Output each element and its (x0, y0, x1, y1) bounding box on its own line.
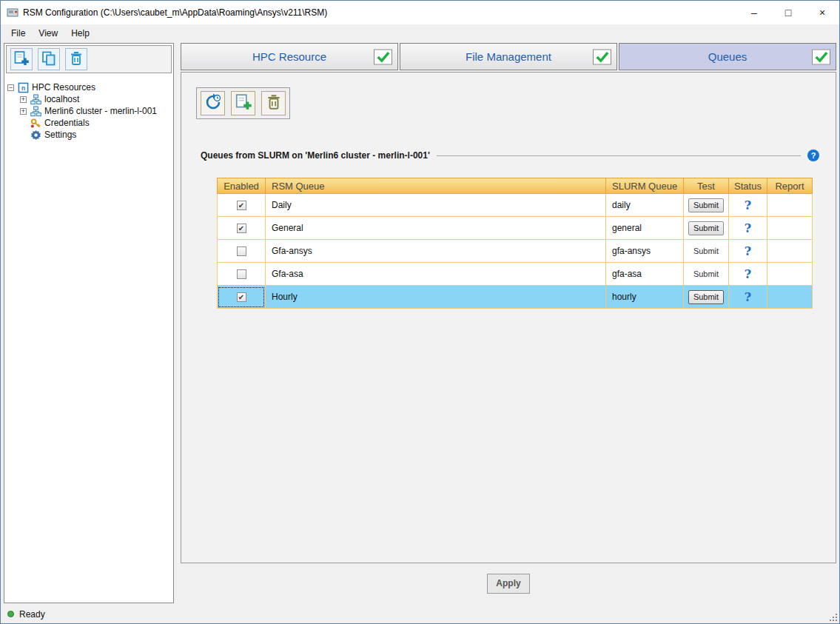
tab-queues[interactable]: Queues (619, 43, 836, 70)
submit-button[interactable]: Submit (688, 290, 724, 304)
rsm-queue-cell[interactable]: Gfa-ansys (266, 240, 606, 263)
column-header-rsm-queue[interactable]: RSM Queue (266, 178, 606, 194)
submit-button[interactable]: Submit (688, 244, 724, 258)
tree-item-localhost[interactable]: +localhost (7, 93, 170, 105)
resize-grip[interactable] (829, 613, 837, 621)
enabled-checkbox[interactable] (237, 269, 246, 279)
add-resource-button[interactable] (10, 48, 33, 70)
queue-row-gfa-ansys[interactable]: Gfa-ansysgfa-ansysSubmit? (217, 240, 813, 263)
enabled-checkbox[interactable]: ✔ (237, 292, 246, 302)
tree-item-credentials[interactable]: Credentials (7, 117, 170, 129)
slurm-queue-cell[interactable]: hourly (606, 286, 684, 309)
status-cell: ? (729, 194, 767, 217)
expander-icon[interactable]: + (20, 108, 27, 115)
enabled-checkbox[interactable]: ✔ (237, 224, 246, 233)
status-unknown-icon: ? (745, 198, 751, 212)
tree-item-merlin6-cluster-merlin-l-001[interactable]: +Merlin6 cluster - merlin-l-001 (7, 105, 170, 117)
test-cell: Submit (684, 240, 729, 263)
tab-label: HPC Resource (181, 50, 397, 63)
submit-button[interactable]: Submit (688, 267, 724, 281)
column-header-report[interactable]: Report (767, 178, 813, 194)
test-cell: Submit (684, 286, 729, 309)
enabled-cell[interactable] (217, 240, 266, 263)
enabled-cell[interactable]: ✔ (217, 194, 266, 217)
rsm-queue-cell[interactable]: General (266, 217, 606, 240)
queue-row-general[interactable]: ✔GeneralgeneralSubmit? (217, 217, 813, 240)
report-cell (767, 286, 813, 309)
copy-resource-button[interactable] (38, 48, 60, 70)
column-header-slurm-queue[interactable]: SLURM Queue (606, 178, 684, 194)
tree-item-settings[interactable]: Settings (7, 129, 170, 141)
enabled-cell[interactable]: ✔ (217, 217, 266, 240)
enabled-checkbox[interactable]: ✔ (237, 201, 246, 210)
rsm-configuration-window: RSM Configuration (C:\Users\caubet_m\App… (0, 0, 840, 624)
menu-help[interactable]: Help (64, 26, 96, 41)
green-check-icon (593, 49, 611, 64)
queue-table-body: ✔DailydailySubmit?✔GeneralgeneralSubmit?… (217, 194, 813, 309)
tab-label: Queues (619, 50, 836, 63)
rsm-queue-cell[interactable]: Gfa-asa (266, 263, 606, 286)
app-icon (7, 7, 19, 19)
tree-item-label: Settings (44, 130, 76, 140)
menu-view[interactable]: View (32, 26, 64, 41)
apply-button[interactable]: Apply (487, 574, 530, 594)
slurm-queue-cell[interactable]: daily (606, 194, 684, 217)
help-icon[interactable]: ? (807, 150, 819, 161)
configuration-panel: HPC ResourceFile ManagementQueues (181, 43, 836, 603)
tab-bar: HPC ResourceFile ManagementQueues (181, 43, 836, 70)
report-cell (767, 240, 813, 263)
queues-panel: Queues from SLURM on 'Merlin6 cluster - … (181, 72, 836, 563)
delete-resource-icon (68, 50, 84, 69)
menu-file[interactable]: File (4, 26, 32, 41)
submit-button[interactable]: Submit (688, 198, 724, 212)
add-queue-icon (235, 93, 252, 113)
minimize-button[interactable]: – (737, 1, 771, 24)
column-header-enabled[interactable]: Enabled (217, 178, 266, 194)
status-unknown-icon: ? (745, 290, 751, 304)
enabled-checkbox[interactable] (237, 246, 246, 256)
window-controls: – □ × (737, 1, 839, 24)
column-header-status[interactable]: Status (729, 178, 767, 194)
hpc-resources-icon: n (17, 81, 29, 93)
window-title: RSM Configuration (C:\Users\caubet_m\App… (23, 7, 327, 18)
report-cell (767, 263, 813, 286)
add-resource-icon (13, 50, 30, 69)
slurm-queue-cell[interactable]: gfa-ansys (606, 240, 684, 263)
status-text: Ready (19, 609, 45, 620)
add-queue-button[interactable] (231, 91, 255, 115)
maximize-button[interactable]: □ (771, 1, 805, 24)
slurm-queue-cell[interactable]: gfa-asa (606, 263, 684, 286)
sidebar: − n HPC Resources +localhost+Merlin6 clu… (4, 43, 174, 603)
rsm-queue-cell[interactable]: Hourly (266, 286, 606, 309)
bottom-bar: Apply (181, 563, 836, 603)
queue-row-hourly[interactable]: ✔HourlyhourlySubmit? (217, 286, 813, 309)
status-dot-icon (7, 611, 14, 617)
status-unknown-icon: ? (745, 244, 751, 258)
expander-icon[interactable]: − (7, 84, 14, 91)
enabled-cell[interactable] (217, 263, 266, 286)
tree-item-label: Merlin6 cluster - merlin-l-001 (44, 106, 157, 116)
slurm-queue-cell[interactable]: general (606, 217, 684, 240)
column-header-test[interactable]: Test (684, 178, 729, 194)
delete-queue-icon (265, 93, 283, 113)
status-bar: Ready (1, 605, 839, 623)
tree-item-hpc-resources[interactable]: − n HPC Resources (7, 81, 170, 93)
rsm-queue-cell[interactable]: Daily (266, 194, 606, 217)
tab-label: File Management (400, 50, 616, 63)
close-button[interactable]: × (805, 1, 839, 24)
tab-file-management[interactable]: File Management (400, 43, 617, 70)
queue-row-daily[interactable]: ✔DailydailySubmit? (217, 194, 813, 217)
report-cell (767, 194, 813, 217)
refresh-queues-button[interactable] (201, 91, 225, 115)
report-cell (767, 217, 813, 240)
tab-hpc-resource[interactable]: HPC Resource (181, 43, 398, 70)
queue-row-gfa-asa[interactable]: Gfa-asagfa-asaSubmit? (217, 263, 813, 286)
main-area: − n HPC Resources +localhost+Merlin6 clu… (1, 41, 839, 605)
enabled-cell[interactable]: ✔ (217, 286, 266, 309)
delete-queue-button[interactable] (261, 91, 286, 115)
tree-item-label: HPC Resources (32, 82, 95, 93)
submit-button[interactable]: Submit (688, 221, 724, 235)
tree-children: +localhost+Merlin6 cluster - merlin-l-00… (7, 93, 170, 141)
expander-icon[interactable]: + (20, 96, 27, 103)
delete-resource-button[interactable] (65, 48, 87, 70)
